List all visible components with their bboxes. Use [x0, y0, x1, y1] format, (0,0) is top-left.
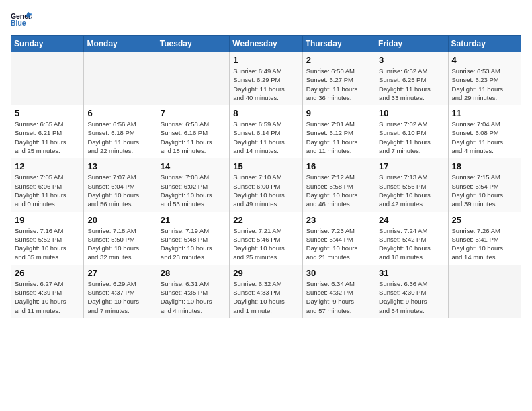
calendar-cell: 12Sunrise: 7:05 AM Sunset: 6:06 PM Dayli… [11, 158, 84, 212]
day-header-monday: Monday [84, 36, 157, 52]
day-number: 13 [87, 161, 152, 171]
day-number: 5 [15, 108, 80, 118]
day-info: Sunrise: 6:34 AM Sunset: 4:32 PM Dayligh… [306, 279, 371, 315]
calendar-cell [448, 265, 521, 318]
day-info: Sunrise: 6:55 AM Sunset: 6:21 PM Dayligh… [15, 120, 80, 155]
calendar-cell: 20Sunrise: 7:18 AM Sunset: 5:50 PM Dayli… [84, 212, 157, 265]
day-info: Sunrise: 6:58 AM Sunset: 6:16 PM Dayligh… [161, 120, 226, 155]
day-info: Sunrise: 7:07 AM Sunset: 6:04 PM Dayligh… [87, 173, 152, 208]
day-info: Sunrise: 7:16 AM Sunset: 5:52 PM Dayligh… [15, 226, 80, 262]
day-info: Sunrise: 7:21 AM Sunset: 5:46 PM Dayligh… [233, 226, 298, 262]
calendar-cell [157, 52, 229, 105]
calendar-cell: 17Sunrise: 7:13 AM Sunset: 5:56 PM Dayli… [375, 158, 448, 212]
day-info: Sunrise: 7:04 AM Sunset: 6:08 PM Dayligh… [452, 120, 517, 155]
day-header-row: SundayMondayTuesdayWednesdayThursdayFrid… [11, 36, 521, 52]
day-number: 16 [306, 161, 371, 171]
day-number: 14 [161, 161, 226, 171]
svg-text:Blue: Blue [11, 19, 26, 27]
day-info: Sunrise: 7:08 AM Sunset: 6:02 PM Dayligh… [161, 173, 226, 208]
calendar-week-5: 26Sunrise: 6:27 AM Sunset: 4:39 PM Dayli… [11, 265, 521, 318]
day-info: Sunrise: 6:27 AM Sunset: 4:39 PM Dayligh… [15, 279, 80, 315]
day-number: 21 [161, 215, 226, 225]
day-info: Sunrise: 7:19 AM Sunset: 5:48 PM Dayligh… [161, 226, 226, 262]
day-number: 23 [306, 215, 371, 225]
day-number: 24 [379, 215, 444, 225]
calendar-week-2: 5Sunrise: 6:55 AM Sunset: 6:21 PM Daylig… [11, 105, 521, 158]
calendar-cell: 31Sunrise: 6:36 AM Sunset: 4:30 PM Dayli… [375, 265, 448, 318]
day-number: 11 [452, 108, 517, 118]
day-number: 27 [87, 268, 152, 278]
day-info: Sunrise: 7:26 AM Sunset: 5:41 PM Dayligh… [452, 226, 517, 262]
day-header-sunday: Sunday [11, 36, 84, 52]
day-info: Sunrise: 6:32 AM Sunset: 4:33 PM Dayligh… [233, 279, 298, 315]
calendar-cell: 15Sunrise: 7:10 AM Sunset: 6:00 PM Dayli… [230, 158, 302, 212]
calendar-cell: 26Sunrise: 6:27 AM Sunset: 4:39 PM Dayli… [11, 265, 84, 318]
calendar-cell: 8Sunrise: 6:59 AM Sunset: 6:14 PM Daylig… [230, 105, 302, 158]
day-header-wednesday: Wednesday [230, 36, 302, 52]
calendar-cell [84, 52, 157, 105]
day-info: Sunrise: 6:36 AM Sunset: 4:30 PM Dayligh… [379, 279, 444, 315]
day-number: 26 [15, 268, 80, 278]
calendar-cell: 28Sunrise: 6:31 AM Sunset: 4:35 PM Dayli… [157, 265, 229, 318]
day-info: Sunrise: 6:52 AM Sunset: 6:25 PM Dayligh… [379, 66, 444, 102]
calendar-week-4: 19Sunrise: 7:16 AM Sunset: 5:52 PM Dayli… [11, 212, 521, 265]
day-info: Sunrise: 7:23 AM Sunset: 5:44 PM Dayligh… [306, 226, 371, 262]
calendar-cell: 24Sunrise: 7:24 AM Sunset: 5:42 PM Dayli… [375, 212, 448, 265]
calendar-cell: 9Sunrise: 7:01 AM Sunset: 6:12 PM Daylig… [302, 105, 375, 158]
day-info: Sunrise: 6:31 AM Sunset: 4:35 PM Dayligh… [161, 279, 226, 315]
day-info: Sunrise: 6:56 AM Sunset: 6:18 PM Dayligh… [87, 120, 152, 155]
calendar-cell: 6Sunrise: 6:56 AM Sunset: 6:18 PM Daylig… [84, 105, 157, 158]
day-number: 31 [379, 268, 444, 278]
day-number: 6 [87, 108, 152, 118]
day-header-friday: Friday [375, 36, 448, 52]
day-number: 8 [233, 108, 298, 118]
day-number: 29 [233, 268, 298, 278]
calendar-cell: 2Sunrise: 6:50 AM Sunset: 6:27 PM Daylig… [302, 52, 375, 105]
day-info: Sunrise: 6:50 AM Sunset: 6:27 PM Dayligh… [306, 66, 371, 102]
calendar-cell: 16Sunrise: 7:12 AM Sunset: 5:58 PM Dayli… [302, 158, 375, 212]
day-number: 10 [379, 108, 444, 118]
day-info: Sunrise: 6:59 AM Sunset: 6:14 PM Dayligh… [233, 120, 298, 155]
day-info: Sunrise: 7:02 AM Sunset: 6:10 PM Dayligh… [379, 120, 444, 155]
day-number: 20 [87, 215, 152, 225]
day-number: 2 [306, 55, 371, 65]
calendar-cell: 13Sunrise: 7:07 AM Sunset: 6:04 PM Dayli… [84, 158, 157, 212]
day-number: 30 [306, 268, 371, 278]
day-info: Sunrise: 7:24 AM Sunset: 5:42 PM Dayligh… [379, 226, 444, 262]
day-number: 7 [161, 108, 226, 118]
logo: General Blue [11, 11, 32, 30]
calendar-cell: 19Sunrise: 7:16 AM Sunset: 5:52 PM Dayli… [11, 212, 84, 265]
calendar-cell: 11Sunrise: 7:04 AM Sunset: 6:08 PM Dayli… [448, 105, 521, 158]
day-number: 3 [379, 55, 444, 65]
day-number: 1 [233, 55, 298, 65]
calendar-cell: 22Sunrise: 7:21 AM Sunset: 5:46 PM Dayli… [230, 212, 302, 265]
day-number: 28 [161, 268, 226, 278]
day-number: 17 [379, 161, 444, 171]
day-info: Sunrise: 6:53 AM Sunset: 6:23 PM Dayligh… [452, 66, 517, 102]
day-info: Sunrise: 7:18 AM Sunset: 5:50 PM Dayligh… [87, 226, 152, 262]
day-header-thursday: Thursday [302, 36, 375, 52]
calendar-week-1: 1Sunrise: 6:49 AM Sunset: 6:29 PM Daylig… [11, 52, 521, 105]
day-number: 18 [452, 161, 517, 171]
calendar-cell: 27Sunrise: 6:29 AM Sunset: 4:37 PM Dayli… [84, 265, 157, 318]
page-header: General Blue [11, 11, 521, 30]
calendar-cell: 3Sunrise: 6:52 AM Sunset: 6:25 PM Daylig… [375, 52, 448, 105]
day-number: 12 [15, 161, 80, 171]
day-info: Sunrise: 7:10 AM Sunset: 6:00 PM Dayligh… [233, 173, 298, 208]
day-info: Sunrise: 6:49 AM Sunset: 6:29 PM Dayligh… [233, 66, 298, 102]
day-info: Sunrise: 6:29 AM Sunset: 4:37 PM Dayligh… [87, 279, 152, 315]
day-info: Sunrise: 7:15 AM Sunset: 5:54 PM Dayligh… [452, 173, 517, 208]
calendar-cell: 30Sunrise: 6:34 AM Sunset: 4:32 PM Dayli… [302, 265, 375, 318]
calendar-cell: 18Sunrise: 7:15 AM Sunset: 5:54 PM Dayli… [448, 158, 521, 212]
day-number: 22 [233, 215, 298, 225]
day-header-tuesday: Tuesday [157, 36, 229, 52]
calendar-week-3: 12Sunrise: 7:05 AM Sunset: 6:06 PM Dayli… [11, 158, 521, 212]
calendar-cell: 10Sunrise: 7:02 AM Sunset: 6:10 PM Dayli… [375, 105, 448, 158]
day-header-saturday: Saturday [448, 36, 521, 52]
day-info: Sunrise: 7:05 AM Sunset: 6:06 PM Dayligh… [15, 173, 80, 208]
calendar-cell: 23Sunrise: 7:23 AM Sunset: 5:44 PM Dayli… [302, 212, 375, 265]
day-info: Sunrise: 7:13 AM Sunset: 5:56 PM Dayligh… [379, 173, 444, 208]
day-info: Sunrise: 7:01 AM Sunset: 6:12 PM Dayligh… [306, 120, 371, 155]
calendar-cell: 7Sunrise: 6:58 AM Sunset: 6:16 PM Daylig… [157, 105, 229, 158]
day-number: 15 [233, 161, 298, 171]
